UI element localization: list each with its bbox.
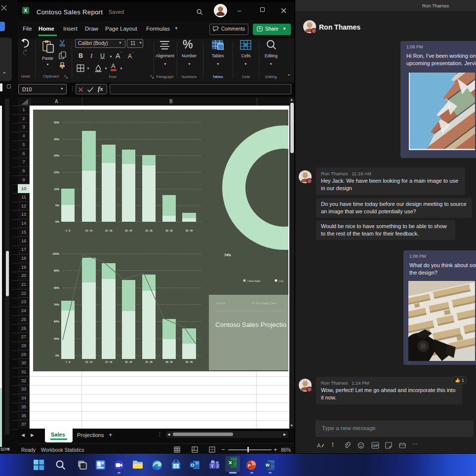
svg-text:A: A [317, 442, 321, 448]
svg-text:1 - 9: 1 - 9 [66, 230, 71, 232]
svg-text:70%: 70% [54, 303, 59, 306]
svg-text:15 - 19: 15 - 19 [105, 361, 113, 363]
svg-text:20%: 20% [54, 154, 59, 157]
svg-text:O: O [191, 462, 194, 468]
svg-text:GIF: GIF [373, 444, 379, 447]
svg-text:30%: 30% [54, 121, 59, 124]
svg-text:Contoso: Contoso [216, 302, 226, 305]
svg-text:| New Sales: | New Sales [247, 279, 261, 282]
svg-text:1 - 9: 1 - 9 [66, 361, 71, 363]
svg-text:T: T [211, 464, 214, 469]
svg-text:20 - 24: 20 - 24 [125, 230, 132, 232]
svg-text:0%: 0% [55, 354, 59, 357]
svg-text:| Cu: | Cu [279, 279, 283, 282]
svg-text:30 - 35: 30 - 35 [165, 230, 173, 232]
svg-text:36 - 40: 36 - 40 [186, 230, 193, 232]
svg-text:15 - 19: 15 - 19 [105, 230, 113, 232]
svg-text:60%: 60% [54, 320, 59, 323]
svg-text:15%: 15% [54, 171, 59, 174]
svg-text:25 - 29: 25 - 29 [145, 361, 153, 363]
svg-text:0%: 0% [55, 220, 59, 223]
svg-text:20 - 24: 20 - 24 [125, 361, 132, 363]
svg-text:74%: 74% [224, 253, 232, 257]
svg-text:80%: 80% [54, 286, 59, 289]
svg-text:P: P [248, 463, 251, 468]
svg-text:FY 22 Company Over: FY 22 Company Over [252, 302, 276, 305]
svg-text:25%: 25% [54, 138, 59, 141]
svg-text:100%: 100% [52, 252, 59, 255]
svg-text:36 - 40: 36 - 40 [186, 361, 193, 363]
svg-text:90%: 90% [54, 269, 59, 272]
svg-text:5%: 5% [55, 204, 59, 207]
svg-text:50%: 50% [54, 337, 59, 340]
svg-text:W: W [266, 463, 270, 468]
svg-text:Contoso Sales Projectio: Contoso Sales Projectio [215, 321, 286, 328]
svg-text:25 - 29: 25 - 29 [145, 230, 153, 232]
svg-text:10 - 14: 10 - 14 [85, 230, 93, 232]
svg-text:10 - 14: 10 - 14 [85, 361, 93, 363]
svg-text:10%: 10% [54, 188, 59, 191]
svg-text:30 - 35: 30 - 35 [165, 361, 173, 363]
